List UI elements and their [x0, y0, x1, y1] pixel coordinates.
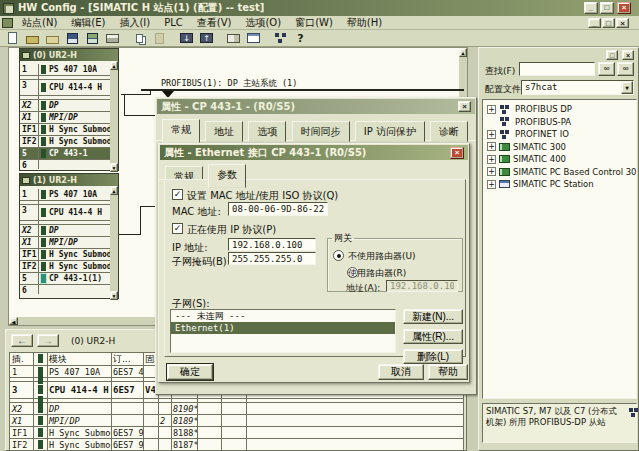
new-subnet-button[interactable]: 新建(N)...	[403, 309, 463, 324]
help-button[interactable]: ?	[291, 30, 310, 46]
subnet-properties-button[interactable]: 属性(R)...	[403, 329, 463, 344]
catalog-dock-button[interactable]: □	[606, 50, 618, 60]
print-button[interactable]	[103, 30, 122, 46]
tab[interactable]: IP 访问保护	[355, 121, 425, 142]
close-button[interactable]: ×	[617, 2, 631, 14]
ok-button[interactable]: 确定	[167, 364, 213, 380]
paste-button[interactable]	[150, 30, 169, 46]
save-compile-button[interactable]	[83, 30, 102, 46]
catalog-close-button[interactable]: ×	[622, 50, 634, 60]
ethernet-dialog-close-button[interactable]: ×	[450, 147, 464, 159]
new-station-button[interactable]	[3, 30, 22, 46]
subnet-mask-field[interactable]	[228, 252, 316, 265]
cancel-button[interactable]: 取消	[378, 364, 424, 380]
scroll-up-button[interactable]: ▲	[110, 61, 118, 70]
mac-address-field[interactable]	[228, 202, 328, 216]
scroll-down-button[interactable]: ▼	[110, 163, 118, 172]
scroll-up-button[interactable]: ▲	[110, 186, 118, 195]
rack-row[interactable]: 6	[20, 160, 110, 169]
subnet-list-item[interactable]: Ethernet(1)	[171, 322, 395, 334]
expand-icon[interactable]: +	[487, 130, 496, 139]
ip-address-field[interactable]	[228, 238, 316, 251]
help-button[interactable]: 帮助	[428, 364, 468, 380]
profibus-line[interactable]	[141, 89, 464, 91]
menu-item[interactable]: 站点(N)	[15, 15, 64, 31]
catalog-tree-item[interactable]: + SIMATIC 400	[483, 153, 636, 166]
rack-row[interactable]: 3 CPU 414-4 H	[20, 80, 110, 96]
rack-row[interactable]: X1 MPI/DP	[20, 112, 110, 124]
rack-row[interactable]: 1 PS 407 10A	[20, 189, 110, 201]
rack-row[interactable]: 1 PS 407 10A	[20, 64, 110, 76]
no-router-radio[interactable]	[333, 250, 344, 261]
menu-item[interactable]: 查看(V)	[190, 15, 239, 31]
table-row[interactable]: IF2 H Sync Submodule 6ES7 9 8187*	[10, 439, 463, 451]
download-button[interactable]: ↓	[177, 30, 196, 46]
menu-item[interactable]: 编辑(E)	[64, 15, 112, 31]
mdi-close-button[interactable]: ×	[616, 18, 629, 28]
catalog-button[interactable]	[224, 30, 243, 46]
minimize-button[interactable]: _	[584, 2, 598, 14]
address-overview-button[interactable]	[244, 30, 263, 46]
open-online-button[interactable]	[43, 30, 62, 46]
scroll-up-button[interactable]: ▲	[459, 48, 467, 57]
iso-protocol-checkbox[interactable]: ✓	[172, 189, 183, 200]
rack-row[interactable]: IF2 H Sync Submod	[20, 261, 110, 273]
tab[interactable]: 常规	[162, 119, 200, 143]
rack-row[interactable]: IF1 H Sync Submod	[20, 249, 110, 261]
rack-row[interactable]: IF1 H Sync Submod	[20, 124, 110, 136]
cp-dialog-close-button[interactable]: ×	[458, 101, 471, 112]
maximize-button[interactable]: □	[600, 2, 614, 14]
nav-back-button[interactable]: ←	[11, 334, 33, 347]
delete-subnet-button[interactable]: 删除(L)	[403, 349, 463, 364]
open-station-button[interactable]	[23, 30, 42, 46]
find-next-button[interactable]: ∞	[598, 62, 615, 76]
rack-row[interactable]: 5 CP 443-1(1)	[20, 273, 110, 285]
table-row[interactable]: X2 DP 8190*	[10, 403, 463, 415]
find-input[interactable]	[519, 62, 595, 76]
menu-item[interactable]: 窗口(W)	[288, 15, 340, 31]
rack-row[interactable]: X2 DP	[20, 225, 110, 237]
scroll-left-button[interactable]: ◀	[9, 317, 18, 325]
rack-row[interactable]: X2 DP	[20, 100, 110, 112]
rack-row[interactable]: IF2 H Sync Submod	[20, 136, 110, 148]
chevron-down-icon[interactable]: ▼	[621, 81, 633, 94]
nav-forward-button[interactable]: →	[37, 334, 59, 347]
network-config-button[interactable]	[271, 30, 290, 46]
rack-row[interactable]: 3 CPU 414-4 H	[20, 205, 110, 221]
rack-row[interactable]: 6	[20, 285, 110, 294]
rack-0-title-bar[interactable]: (0) UR2-H	[20, 49, 118, 61]
expand-icon[interactable]: +	[487, 142, 496, 151]
menu-item[interactable]: PLC	[157, 16, 190, 29]
expand-icon[interactable]: +	[487, 167, 496, 176]
tab[interactable]: 选项	[248, 121, 286, 142]
tab[interactable]: 时间同步	[292, 121, 350, 142]
menu-item[interactable]: 插入(I)	[112, 15, 157, 31]
catalog-tree-item[interactable]: + PROFINET IO	[483, 128, 636, 141]
profile-dropdown[interactable]: s7hcat ▼	[521, 80, 634, 95]
mdi-restore-button[interactable]: □	[602, 18, 615, 28]
gateway-address-field[interactable]	[386, 280, 458, 292]
tab[interactable]: 诊断	[430, 121, 468, 142]
tab[interactable]: 地址	[205, 121, 243, 142]
catalog-tree-item[interactable]: + PROFIBUS-PA	[483, 116, 636, 129]
catalog-tree-item[interactable]: + PROFIBUS DP	[483, 103, 636, 116]
mdi-minimize-button[interactable]: _	[588, 18, 601, 28]
catalog-tree-item[interactable]: + SIMATIC PC Station	[483, 178, 636, 191]
subnet-listbox[interactable]: --- 未连网 --- Ethernet(1)	[170, 309, 396, 353]
rack-0-scrollbar[interactable]: ▲ ▼	[110, 61, 118, 172]
find-previous-button[interactable]: ∞	[617, 62, 634, 76]
upload-button[interactable]: ↑	[197, 30, 216, 46]
subnet-list-item[interactable]: --- 未连网 ---	[171, 310, 395, 322]
menu-item[interactable]: 帮助(H)	[340, 15, 389, 31]
catalog-tree-item[interactable]: + SIMATIC 300	[483, 141, 636, 154]
rack-1-scrollbar[interactable]: ▲ ▼	[110, 186, 118, 300]
expand-icon[interactable]: +	[487, 180, 496, 189]
catalog-tree-item[interactable]: + SIMATIC PC Based Control 300/400	[483, 166, 636, 179]
table-row[interactable]: IF1 H Sync Submodule 6ES7 9 8188*	[10, 427, 463, 439]
save-button[interactable]	[63, 30, 82, 46]
rack-row[interactable]: 5 CP 443-1	[20, 148, 110, 160]
expand-icon[interactable]: +	[487, 105, 496, 114]
expand-icon[interactable]: +	[487, 155, 496, 164]
scroll-down-button[interactable]: ▼	[110, 291, 118, 300]
rack-row[interactable]: X1 MPI/DP	[20, 237, 110, 249]
